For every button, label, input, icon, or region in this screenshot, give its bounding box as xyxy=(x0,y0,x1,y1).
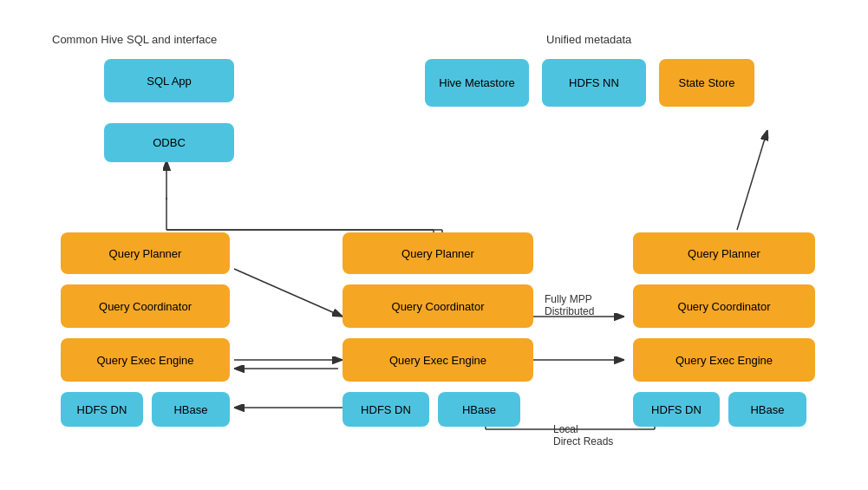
left-hbase-box: HBase xyxy=(152,392,230,427)
center-hbase-box: HBase xyxy=(438,392,520,427)
right-query-exec-box: Query Exec Engine xyxy=(633,338,815,382)
center-query-planner-box: Query Planner xyxy=(343,232,533,274)
top-right-label: Unified metadata xyxy=(546,33,631,46)
center-hdfs-dn-box: HDFS DN xyxy=(343,392,429,427)
left-hdfs-dn-box: HDFS DN xyxy=(61,392,143,427)
right-hbase-box: HBase xyxy=(728,392,806,427)
center-query-coordinator-box: Query Coordinator xyxy=(343,284,533,328)
hdfs-nn-box: HDFS NN xyxy=(542,59,646,107)
left-query-planner-box: Query Planner xyxy=(61,232,230,274)
svg-line-13 xyxy=(737,130,767,230)
sql-app-box: SQL App xyxy=(104,59,234,102)
left-query-exec-box: Query Exec Engine xyxy=(61,338,230,382)
right-hdfs-dn-box: HDFS DN xyxy=(633,392,720,427)
hive-metastore-box: Hive Metastore xyxy=(425,59,529,107)
right-query-coordinator-box: Query Coordinator xyxy=(633,284,815,328)
top-left-label: Common Hive SQL and interface xyxy=(52,33,217,46)
left-query-coordinator-box: Query Coordinator xyxy=(61,284,230,328)
svg-line-3 xyxy=(234,269,343,317)
fully-mpp-label: Fully MPPDistributed xyxy=(545,293,594,317)
state-store-box: State Store xyxy=(659,59,754,107)
local-direct-label: LocalDirect Reads xyxy=(553,423,613,448)
right-query-planner-box: Query Planner xyxy=(633,232,815,274)
center-query-exec-box: Query Exec Engine xyxy=(343,338,533,382)
odbc-box: ODBC xyxy=(104,123,234,162)
diagram: Common Hive SQL and interface Unified me… xyxy=(0,0,868,490)
